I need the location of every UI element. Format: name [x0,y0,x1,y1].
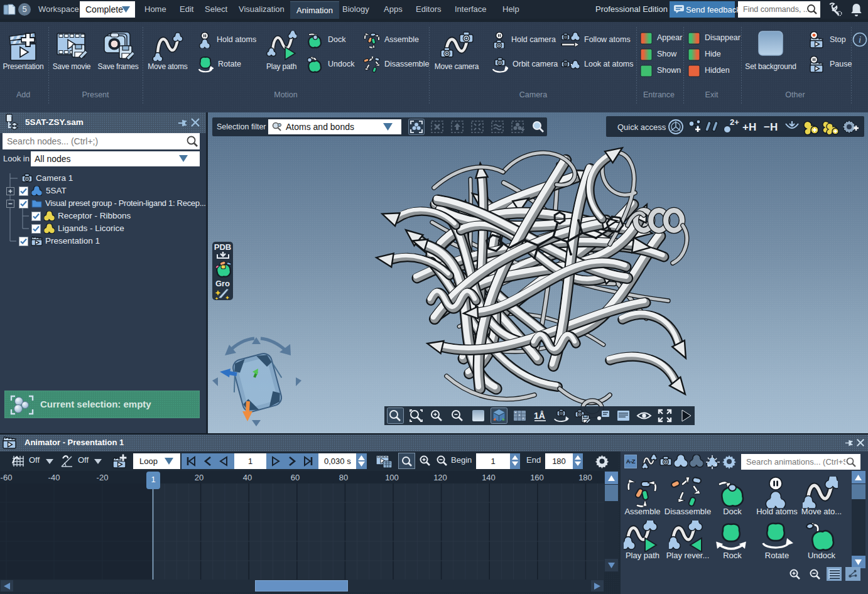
svg-text:1Å: 1Å [534,411,545,421]
svg-text:i: i [859,35,861,45]
svg-text:+H: +H [742,121,756,133]
svg-text:−H: −H [764,121,778,133]
svg-text:2+: 2+ [730,119,739,127]
